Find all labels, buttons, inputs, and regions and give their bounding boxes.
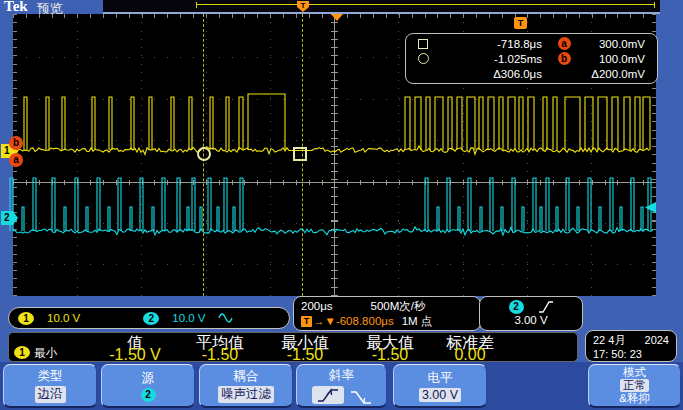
graticule-center-v-line [334, 14, 335, 296]
cursor-square-symbol-icon [406, 39, 440, 49]
menu-coupling-value: 噪声过滤 [218, 386, 274, 403]
record-window-right-bracket [654, 2, 655, 8]
menu-type-value: 边沿 [35, 386, 66, 403]
graticule-col [398, 14, 399, 296]
menu-level-button[interactable]: 电平 3.00 V [393, 364, 487, 408]
graticule-col [141, 14, 142, 296]
menu-mode-button[interactable]: 模式 正常 &释抑 [588, 364, 681, 408]
trigger-position-icon: T [514, 17, 527, 29]
cursor-row-b: -1.025ms b 100.0mV [406, 51, 657, 66]
cursor-delta-volt: Δ200.0mV [586, 68, 657, 80]
menu-mode-title: 模式 [623, 366, 646, 379]
cursor-b-level-icon: b [9, 136, 23, 150]
channel-readout-box: 1 10.0 V 2 10.0 V [8, 307, 290, 329]
ch1-badge[interactable]: 1 [18, 312, 34, 325]
meas-stddev: 0.00 [435, 346, 505, 359]
cursor-b-volt: 100.0mV [586, 53, 657, 65]
record-window-left-bracket [196, 2, 197, 8]
menu-mode-value: 正常 [620, 379, 649, 392]
cursor-row-a: -718.8μs a 300.0mV [406, 36, 657, 51]
ch2-badge[interactable]: 2 [143, 312, 159, 325]
meas-header-mean: 平均值 [185, 333, 255, 346]
cursor-readout-box: -718.8μs a 300.0mV -1.025ms b 100.0mV Δ3… [405, 33, 658, 84]
measurement-ch1-badge: 1 [14, 346, 30, 359]
cursor-square-icon [293, 147, 307, 161]
menu-mode-value2: &释抑 [619, 392, 650, 405]
cursor-delta-row: Δ306.0μs Δ200.0mV [406, 66, 657, 81]
meas-header-min: 最小值 [270, 333, 340, 346]
year-label: 2024 [645, 333, 669, 347]
timebase-readout-box: 200μs 500M次/秒 T →▼-608.800μs 1M 点 [293, 296, 481, 331]
meas-header-max: 最大值 [355, 333, 425, 346]
rising-edge-icon[interactable] [312, 386, 344, 404]
menu-source-title: 源 [142, 370, 155, 387]
record-view-bar [103, 0, 660, 14]
cursor-delta-time: Δ306.0μs [440, 68, 542, 80]
menu-source-button[interactable]: 源 2 [101, 364, 195, 408]
meas-min: -1.50 [270, 346, 340, 359]
trigger-slope-icon [538, 301, 554, 313]
menu-coupling-button[interactable]: 耦合 噪声过滤 [199, 364, 293, 408]
cursor-circle-icon [197, 147, 211, 161]
date-label: 22 4月 [593, 333, 625, 347]
tek-logo: Tek [4, 0, 28, 15]
meas-mean: -1.50 [185, 346, 255, 359]
time-label: 17: 50: 23 [593, 347, 669, 361]
cursor-a-level-icon: a [9, 153, 23, 167]
menu-slope-title: 斜率 [329, 367, 354, 384]
meas-max: -1.50 [355, 346, 425, 359]
meas-value: -1.50 V [100, 346, 170, 359]
timebase-scale: 200μs [301, 299, 333, 314]
oscilloscope-screen: { "header": { "logo": "Tek", "mode_label… [0, 0, 683, 410]
menu-slope-button[interactable]: 斜率 [296, 364, 387, 408]
ch1-scale: 10.0 V [47, 312, 80, 324]
menu-coupling-title: 耦合 [234, 368, 259, 385]
cursor-b-time: -1.025ms [440, 53, 542, 65]
cursor-circle-symbol-icon [406, 53, 440, 64]
cursor-a-time: -718.8μs [440, 38, 542, 50]
cursor-a-badge: a [558, 37, 571, 50]
meas-header-value: 值 [100, 333, 170, 346]
cursor-a-volt: 300.0mV [586, 38, 657, 50]
menu-level-title: 电平 [428, 370, 453, 387]
trigger-readout-box: 2 3.00 V [479, 296, 583, 331]
meas-header-stddev: 标准差 [435, 333, 505, 346]
falling-edge-icon[interactable] [350, 390, 372, 404]
ac-coupling-icon [218, 313, 233, 323]
ch2-scale: 10.0 V [172, 312, 205, 324]
trigger-t-icon: T [301, 316, 312, 327]
trigger-source-badge: 2 [509, 300, 524, 314]
menu-type-title: 类型 [38, 368, 63, 385]
sample-rate: 500M次/秒 [371, 299, 426, 314]
record-length: 1M 点 [402, 314, 433, 329]
graticule-col [270, 14, 271, 296]
menu-type-button[interactable]: 类型 边沿 [3, 364, 97, 408]
record-waveform-preview [196, 4, 655, 5]
trigger-level-value: 3.00 V [480, 314, 582, 329]
measurement-name: 最小 [34, 346, 57, 361]
graticule-col [77, 14, 78, 296]
menu-level-value: 3.00 V [419, 388, 461, 402]
horizontal-delay: →▼-608.800μs [313, 314, 394, 329]
menu-source-ch2-badge: 2 [141, 388, 156, 402]
cursor-b-badge: b [558, 52, 571, 65]
datetime-box: 22 4月 2024 17: 50: 23 [585, 330, 677, 362]
